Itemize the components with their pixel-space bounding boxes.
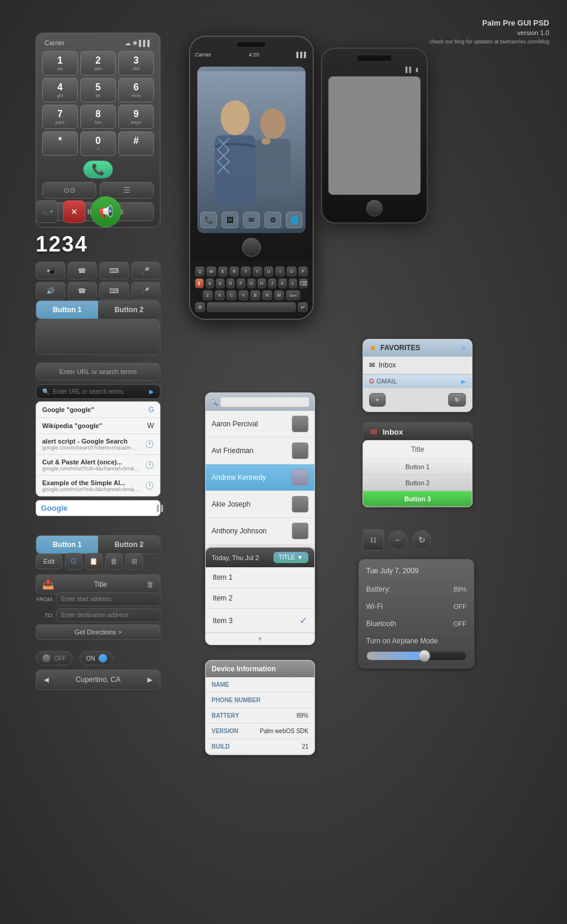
url-input-label[interactable]: Enter URL or search terms — [36, 363, 160, 381]
contact-item-anthony[interactable]: Anthony Johnson — [206, 518, 314, 545]
contacts-search-input[interactable] — [220, 397, 310, 407]
kb-q[interactable]: Q — [195, 266, 204, 276]
kb-g[interactable]: G — [247, 278, 256, 288]
app-icon-photo[interactable]: 🖼 — [222, 212, 238, 228]
kb-v[interactable]: V — [238, 290, 248, 300]
phone-home-button[interactable] — [242, 238, 261, 257]
call-action-6[interactable]: ☎ — [68, 282, 97, 300]
delete-button[interactable]: 🗑 — [105, 553, 123, 570]
kb-orange[interactable]: ⬆ — [195, 278, 204, 288]
bottom-toggle-button-1[interactable]: Button 1 — [36, 536, 98, 554]
from-input[interactable]: Enter start address — [56, 592, 160, 606]
kb-u[interactable]: U — [264, 266, 273, 276]
grid-button[interactable]: ⊞ — [125, 553, 143, 570]
next-location-button[interactable]: ► — [146, 675, 154, 684]
search-result-alert[interactable]: alert script - Google Search google.com/… — [36, 434, 160, 455]
delete-title-icon[interactable]: 🗑 — [147, 580, 154, 589]
kb-r[interactable]: R — [229, 266, 239, 276]
dial-key-5[interactable]: 5jkl — [80, 78, 116, 102]
end-call-button[interactable]: ✕ — [63, 200, 86, 223]
kb-b[interactable]: B — [250, 290, 260, 300]
brightness-slider[interactable] — [366, 651, 467, 661]
directions-button[interactable]: Get Directions > — [36, 624, 160, 640]
dial-key-hash[interactable]: # — [118, 131, 154, 156]
edit-button[interactable]: Edit — [36, 554, 62, 569]
call-action-3[interactable]: ⌨ — [99, 262, 129, 279]
refresh-button[interactable]: ↻ — [448, 393, 466, 407]
dial-key-4[interactable]: 4ghi — [42, 78, 78, 102]
search-result-cut-paste[interactable]: Cut & Paste Alert (once)... google.com/m… — [36, 455, 160, 476]
kb-c[interactable]: C — [226, 290, 237, 300]
contact-item-akie[interactable]: Akie Joseph — [206, 491, 314, 518]
title-card-button3[interactable]: Button 3 — [363, 491, 472, 507]
toggle-off-switch[interactable]: OFF — [36, 651, 73, 665]
url-input[interactable] — [53, 388, 146, 395]
kb-m[interactable]: M — [274, 290, 284, 300]
prev-location-button[interactable]: ◄ — [42, 675, 51, 684]
kb-space[interactable] — [207, 302, 296, 312]
kb-l[interactable]: L — [289, 278, 298, 288]
toggle-on-switch[interactable]: ON — [80, 651, 114, 665]
kb-backspace[interactable]: ⌫ — [299, 278, 308, 288]
kb-t[interactable]: T — [241, 266, 250, 276]
to-input[interactable]: Enter destination address — [56, 608, 160, 622]
call-action-8[interactable]: 🎤 — [131, 282, 161, 300]
kb-h[interactable]: H — [257, 278, 266, 288]
toggle-button-2[interactable]: Button 2 — [98, 301, 160, 319]
dial-key-9[interactable]: 9wxyz — [118, 105, 154, 129]
back-button[interactable]: ← — [389, 530, 408, 549]
calendar-title-button[interactable]: TITLE ▼ — [273, 552, 308, 563]
kb-p[interactable]: P — [298, 266, 308, 276]
kb-enter[interactable]: ↵ — [298, 302, 308, 312]
kb-f[interactable]: F — [237, 278, 245, 288]
kb-s[interactable]: S — [216, 278, 225, 288]
kb-x[interactable]: X — [215, 290, 225, 300]
call-action-4[interactable]: 🎤 — [131, 262, 161, 279]
dial-key-star[interactable]: * — [42, 131, 78, 156]
dial-key-2[interactable]: 2abc — [80, 51, 116, 76]
kb-sym[interactable]: Sym — [286, 290, 300, 300]
refresh-icon-button[interactable]: ↻ — [412, 530, 431, 549]
title-card-button2[interactable]: Button 2 — [363, 475, 472, 491]
kb-a[interactable]: A — [206, 278, 215, 288]
contact-item-aaron[interactable]: Aaron Percival — [206, 411, 314, 438]
dial-key-1[interactable]: 1ao — [42, 51, 78, 76]
toggle-button-1[interactable]: Button 1 — [36, 301, 98, 319]
kb-j[interactable]: J — [268, 278, 277, 288]
call-action-1[interactable]: 📲 — [36, 262, 65, 279]
call-action-7[interactable]: ⌨ — [99, 282, 129, 300]
dial-key-7[interactable]: 7pqrs — [42, 105, 78, 129]
kb-w[interactable]: W — [206, 266, 216, 276]
copy-button[interactable]: 📋 — [85, 553, 103, 570]
kb-at[interactable]: @ — [195, 302, 205, 312]
app-icon-settings[interactable]: ⚙ — [264, 212, 281, 228]
calendar-item-2[interactable]: Item 2 — [206, 588, 314, 609]
dial-key-6[interactable]: 6mno — [118, 78, 154, 102]
kb-y[interactable]: Y — [253, 266, 262, 276]
search-result-google[interactable]: Google "google" G — [36, 402, 160, 418]
kb-k[interactable]: K — [278, 278, 287, 288]
google-search-button[interactable]: G — [65, 553, 83, 570]
add-call-button[interactable]: 📞+ — [36, 200, 58, 223]
app-icon-mail[interactable]: ✉ — [243, 212, 260, 228]
app-icon-phone[interactable]: 📞 — [200, 212, 217, 228]
phone2-home-button[interactable] — [366, 200, 383, 216]
call-action-2[interactable]: ☎ — [68, 262, 97, 279]
call-action-5[interactable]: 🔊 — [36, 282, 65, 300]
kb-n[interactable]: N — [262, 290, 272, 300]
dial-key-8[interactable]: 8tuv — [80, 105, 116, 129]
share-icon[interactable]: 📤 — [42, 579, 54, 590]
calendar-expand-button[interactable]: ▼ — [206, 633, 314, 645]
title-card-button1[interactable]: Button 1 — [363, 459, 472, 475]
dial-key-3[interactable]: 3def — [118, 51, 154, 76]
search-result-example[interactable]: Example of the Simple Al... google.com/m… — [36, 476, 160, 496]
call-button[interactable]: 📞 — [83, 161, 113, 178]
dial-key-0[interactable]: 0+ — [80, 131, 116, 156]
add-account-button[interactable]: + — [369, 393, 386, 407]
favorites-inbox-item[interactable]: ✉ Inbox — [363, 357, 472, 374]
calendar-item-1[interactable]: Item 1 — [206, 567, 314, 588]
kb-e[interactable]: E — [218, 266, 228, 276]
speaker-button[interactable]: 📢 — [90, 196, 121, 227]
bottom-toggle-button-2[interactable]: Button 2 — [98, 536, 160, 554]
calendar-item-3[interactable]: Item 3 ✓ — [206, 609, 314, 633]
